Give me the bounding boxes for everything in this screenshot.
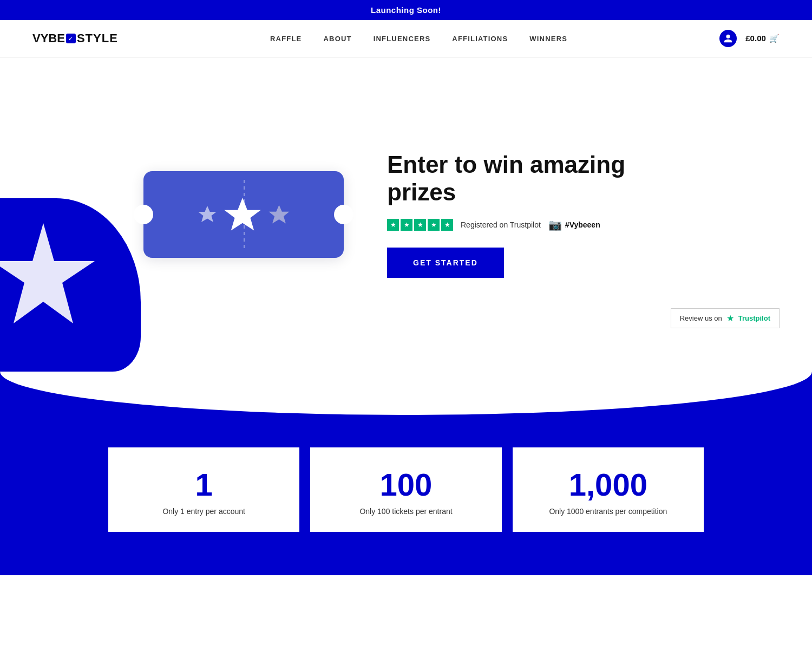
hero-section: Enter to win amazing prizes ★ ★ ★ ★ ★ Re… xyxy=(0,57,812,372)
nav-winners[interactable]: WINNERS xyxy=(529,35,567,43)
stat-card-2: 100 Only 100 tickets per entrant xyxy=(310,447,501,532)
tp-star-5: ★ xyxy=(441,219,453,231)
tp-star-4: ★ xyxy=(428,219,440,231)
account-icon[interactable] xyxy=(719,30,737,47)
stats-section: 1 Only 1 entry per account 100 Only 100 … xyxy=(0,415,812,575)
hero-text-block: Enter to win amazing prizes ★ ★ ★ ★ ★ Re… xyxy=(387,151,669,277)
trustpilot-review-widget[interactable]: Review us on ★ Trustpilot xyxy=(671,308,780,328)
nav-raffle[interactable]: RAFFLE xyxy=(270,35,302,43)
trustpilot-widget-label: Review us on xyxy=(680,314,722,322)
wave-divider xyxy=(0,372,812,415)
trustpilot-widget-star-icon: ★ xyxy=(726,313,734,323)
ticket-perforated-line xyxy=(244,180,245,249)
ticket-star-small-icon xyxy=(197,204,218,225)
nav-affiliations[interactable]: AFFILIATIONS xyxy=(452,35,508,43)
hero-subtitle: ★ ★ ★ ★ ★ Registered on Trustpilot 📷 #Vy… xyxy=(387,218,669,231)
nav-about[interactable]: ABOUT xyxy=(323,35,351,43)
header: VYBE STYLE RAFFLE ABOUT INFLUENCERS AFFI… xyxy=(0,20,812,57)
ticket-star-medium-icon xyxy=(267,203,291,227)
ticket-illustration xyxy=(143,171,344,258)
svg-marker-3 xyxy=(269,205,289,223)
cart-icon: 🛒 xyxy=(769,34,780,43)
main-nav: RAFFLE ABOUT INFLUENCERS AFFILIATIONS WI… xyxy=(270,35,567,43)
tp-star-3: ★ xyxy=(414,219,426,231)
stats-grid: 1 Only 1 entry per account 100 Only 100 … xyxy=(108,447,704,532)
get-started-button[interactable]: GET STARTED xyxy=(387,248,504,278)
hero-title: Enter to win amazing prizes xyxy=(387,151,669,206)
tp-star-1: ★ xyxy=(387,219,399,231)
stat-label-3: Only 1000 entrants per competition xyxy=(549,507,667,516)
banner-text: Launching Soon! xyxy=(371,5,441,15)
stat-number-1: 1 xyxy=(195,469,213,500)
instagram-icon: 📷 xyxy=(548,218,562,231)
tp-star-2: ★ xyxy=(401,219,412,231)
svg-marker-1 xyxy=(198,206,217,222)
logo-vybe: VYBE xyxy=(32,31,65,46)
logo[interactable]: VYBE STYLE xyxy=(32,31,118,46)
instagram-tag[interactable]: 📷 #Vybeeen xyxy=(548,218,600,231)
logo-style: STYLE xyxy=(77,31,118,46)
ticket-star-large-icon xyxy=(224,196,261,233)
stat-label-1: Only 1 entry per account xyxy=(162,507,245,516)
instagram-hashtag: #Vybeeen xyxy=(565,220,600,229)
nav-influencers[interactable]: INFLUENCERS xyxy=(374,35,431,43)
trustpilot-widget-brand: Trustpilot xyxy=(738,314,770,322)
stat-card-3: 1,000 Only 1000 entrants per competition xyxy=(513,447,704,532)
svg-marker-2 xyxy=(224,198,260,230)
top-banner: Launching Soon! xyxy=(0,0,812,20)
cart-price[interactable]: £0.00 🛒 xyxy=(745,34,780,43)
hero-content: Enter to win amazing prizes ★ ★ ★ ★ ★ Re… xyxy=(0,119,812,310)
stat-number-3: 1,000 xyxy=(569,469,647,500)
stat-label-2: Only 100 tickets per entrant xyxy=(359,507,452,516)
ticket-card xyxy=(143,171,344,258)
logo-checkmark-icon xyxy=(66,34,76,43)
nav-right: £0.00 🛒 xyxy=(719,30,780,47)
stat-card-1: 1 Only 1 entry per account xyxy=(108,447,299,532)
trustpilot-label: Registered on Trustpilot xyxy=(461,220,541,229)
trustpilot-stars: ★ ★ ★ ★ ★ xyxy=(387,219,453,231)
stat-number-2: 100 xyxy=(380,469,433,500)
